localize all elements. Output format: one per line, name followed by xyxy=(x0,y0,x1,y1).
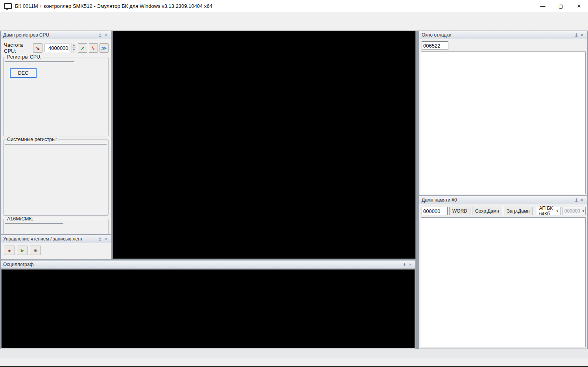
minimize-button[interactable]: — xyxy=(534,0,552,12)
toolbar xyxy=(0,20,588,31)
tape-record-button[interactable]: ● xyxy=(4,246,15,255)
pin-icon[interactable]: Ŧ xyxy=(97,237,103,241)
oscilloscope-title: Осциллограф xyxy=(3,262,402,267)
oscilloscope-trace xyxy=(2,270,415,348)
debug-panel-title: Окно отладки xyxy=(422,32,573,38)
close-icon[interactable]: × xyxy=(579,33,585,37)
main-area: Дамп регистров CPU Ŧ × Частота CPU: ↘ ▲▼… xyxy=(0,31,588,349)
cpu-registers-table[interactable] xyxy=(5,61,74,62)
freq-label: Частота CPU: xyxy=(4,42,31,54)
close-button[interactable]: ✕ xyxy=(570,0,588,12)
demo-picture xyxy=(113,31,415,258)
debug-panel: Окно отладки Ŧ × xyxy=(419,31,588,196)
pin-icon[interactable]: Ŧ xyxy=(573,198,579,202)
emulator-screen[interactable] xyxy=(112,31,416,259)
freq-turbo-button[interactable]: ϟ xyxy=(89,43,98,53)
a16m-label: A16M/СМК: xyxy=(6,216,34,222)
title-bar: БК 0011М + контроллер SMK512 - Эмулятор … xyxy=(0,0,588,12)
tool-tabs-strip xyxy=(0,349,588,358)
save-dump-button[interactable]: Сохр.Дамп xyxy=(472,207,502,215)
tape-play-button[interactable]: ▶ xyxy=(17,246,28,255)
registers-label: Регистры CPU: xyxy=(6,54,43,60)
cpu-dump-panel: Дамп регистров CPU Ŧ × Частота CPU: ↘ ▲▼… xyxy=(0,31,111,235)
pin-icon[interactable]: Ŧ xyxy=(97,33,103,37)
word-mode-button[interactable]: WORD xyxy=(449,207,470,215)
memory-table[interactable] xyxy=(421,217,586,347)
disassembly-table[interactable] xyxy=(421,51,586,194)
tape-panel-title: Управление чтением / записью лент xyxy=(3,236,97,242)
a16m-table xyxy=(5,223,63,224)
freq-input[interactable] xyxy=(44,44,70,52)
load-dump-button[interactable]: Загр.Дамп xyxy=(504,207,533,215)
close-icon[interactable]: × xyxy=(103,237,109,241)
pin-icon[interactable]: Ŧ xyxy=(402,262,407,267)
tape-panel: Управление чтением / записью лент Ŧ × ● … xyxy=(0,235,111,260)
memory-panel: Дамп памяти #0 Ŧ × WORD Сохр.Дамп Загр.Д… xyxy=(419,196,588,349)
app-icon xyxy=(4,3,12,9)
close-icon[interactable]: × xyxy=(407,262,413,267)
memory-space-select[interactable]: АП БК 64Кб▼ xyxy=(537,207,560,215)
memory-panel-title: Дамп памяти #0 xyxy=(422,197,573,203)
freq-run-button[interactable]: ↗ xyxy=(78,43,87,53)
menu-bar xyxy=(0,12,588,20)
sysreg-label: Системные регистры: xyxy=(6,137,58,142)
window-title: БК 0011М + контроллер SMK512 - Эмулятор … xyxy=(15,3,212,9)
cpu-panel-title: Дамп регистров CPU xyxy=(3,32,97,38)
freq-max-button[interactable]: ≫ xyxy=(100,43,109,53)
pin-icon[interactable]: Ŧ xyxy=(573,33,579,37)
system-registers-table[interactable] xyxy=(5,144,107,145)
tape-stop-button[interactable]: ■ xyxy=(30,246,41,255)
oscilloscope-panel: Осциллограф Ŧ × xyxy=(0,260,416,349)
freq-spinner[interactable]: ▲▼ xyxy=(72,43,77,53)
status-bar xyxy=(0,358,588,367)
disasm-address-input[interactable] xyxy=(422,41,448,50)
dec-button[interactable]: DEC xyxy=(10,68,37,78)
maximize-button[interactable]: ▢ xyxy=(552,0,570,12)
close-icon[interactable]: × xyxy=(103,33,109,37)
memory-address-input[interactable] xyxy=(422,207,448,215)
close-icon[interactable]: × xyxy=(579,198,585,202)
memory-page-select: 000000▼ xyxy=(562,207,586,215)
freq-apply-button[interactable]: ↘ xyxy=(33,43,42,53)
